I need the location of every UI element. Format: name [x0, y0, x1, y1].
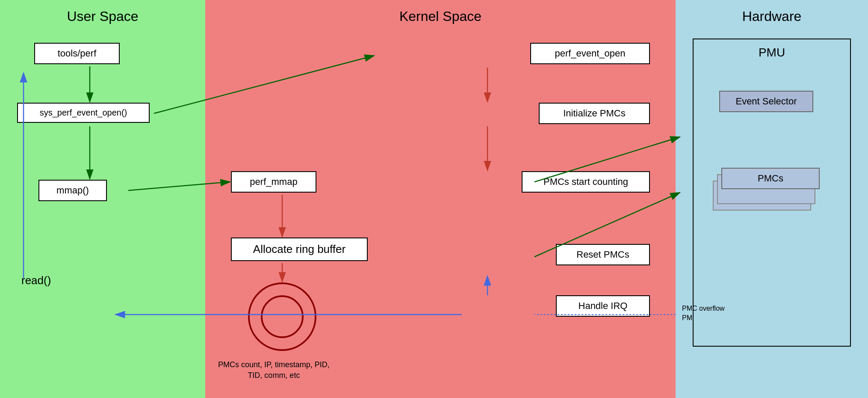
- perf-event-open-box: perf_event_open: [530, 43, 650, 64]
- reset-pmcs-box: Reset PMCs: [556, 244, 650, 265]
- hardware-section: Hardware PMU Event Selector PMCs PMC ove…: [676, 0, 868, 398]
- initialize-pmcs-box: Initialize PMCs: [539, 103, 650, 124]
- mmap-box: mmap(): [38, 180, 107, 201]
- ring-buffer-data-label: PMCs count, IP, timestamp, PID, TID, com…: [218, 359, 330, 381]
- tools-perf-box: tools/perf: [34, 43, 120, 64]
- handle-irq-box: Handle IRQ: [556, 295, 650, 317]
- user-space-title: User Space: [0, 0, 205, 24]
- sys-perf-event-open-box: sys_perf_event_open(): [17, 103, 150, 123]
- pmcs-start-counting-box: PMCs start counting: [522, 171, 650, 193]
- pmu-title: PMU: [694, 46, 850, 59]
- kernel-space-section: Kernel Space perf_event_open Initialize …: [205, 0, 676, 398]
- allocate-ring-buffer-box: Allocate ring buffer: [231, 238, 368, 261]
- diagram-container: User Space tools/perf sys_perf_event_ope…: [0, 0, 868, 398]
- ring-buffer-inner-circle: [261, 295, 304, 338]
- pmc-overflow-label: PMC overflow PMI: [682, 304, 725, 323]
- hardware-title: Hardware: [676, 0, 868, 24]
- user-space-section: User Space tools/perf sys_perf_event_ope…: [0, 0, 205, 398]
- kernel-space-title: Kernel Space: [205, 0, 676, 24]
- pmcs-box: PMCs: [721, 168, 820, 189]
- pmu-container: PMU Event Selector PMCs: [693, 39, 851, 347]
- ring-buffer-outer-circle: [248, 282, 316, 351]
- read-label: read(): [21, 274, 51, 287]
- perf-mmap-box: perf_mmap: [231, 171, 316, 193]
- event-selector-box: Event Selector: [719, 91, 813, 112]
